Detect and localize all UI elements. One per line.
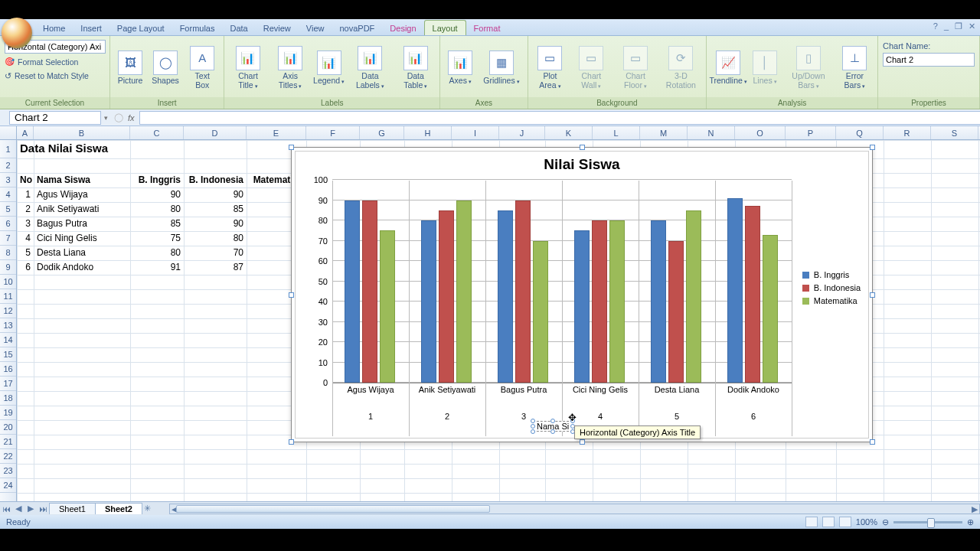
column-header[interactable]: E [247,126,306,139]
row-header[interactable]: 3 [0,173,16,187]
cell[interactable]: 80 [184,231,247,246]
cell[interactable]: 87 [184,260,247,275]
gridlines-button[interactable]: ▦Gridlines▾ [480,49,522,87]
new-sheet-button[interactable]: ✳ [142,504,154,514]
tab-insert[interactable]: Insert [73,21,109,35]
reset-style-button[interactable]: ↺Reset to Match Style [5,70,89,82]
sheet-tab-2[interactable]: Sheet2 [95,503,142,514]
tab-home[interactable]: Home [35,21,73,35]
chart-bar[interactable] [380,230,395,383]
format-selection-button[interactable]: 🎯Format Selection [5,55,78,68]
cell[interactable]: Nama Siswa [34,173,130,187]
name-box[interactable] [9,111,101,125]
zoom-level[interactable]: 100% [856,517,877,527]
tab-review[interactable]: Review [256,21,299,35]
column-header[interactable]: O [735,126,786,139]
cell[interactable]: 4 [17,231,34,246]
cell[interactable]: 90 [184,217,247,231]
chart-wall-button[interactable]: ▭Chart Wall▾ [572,44,610,91]
trendline-button[interactable]: 📈Trendline▾ [711,49,745,87]
column-header[interactable]: K [545,126,593,139]
column-header[interactable]: J [499,126,545,139]
x-axis-title-editing[interactable]: Nama Si [533,421,573,432]
worksheet[interactable]: ABCDEFGHIJKLMNOPQRS 12345678910111213141… [0,126,980,501]
office-button[interactable] [2,18,32,48]
chart-bar[interactable] [362,201,377,383]
row-header[interactable]: 1 [0,140,16,158]
chart-bar[interactable] [727,198,743,383]
row-header[interactable]: 9 [0,260,16,275]
cell[interactable]: Anik Setiyawati [34,202,130,217]
column-header[interactable]: B [34,126,130,139]
tab-nav-last[interactable]: ⏭ [37,504,49,514]
tab-nav-prev[interactable]: ◀ [12,504,24,514]
cell[interactable]: 80 [130,202,184,217]
cell[interactable]: 85 [184,202,247,217]
data-table-button[interactable]: 📊Data Table▾ [396,44,435,91]
tab-format[interactable]: Format [466,21,508,35]
error-bars-button[interactable]: ⊥Error Bars▾ [837,44,873,91]
column-header[interactable]: L [593,126,640,139]
row-header[interactable]: 19 [0,406,16,420]
cell[interactable]: No [17,173,34,187]
column-header[interactable]: P [786,126,836,139]
legend-item[interactable]: B. Inggris [802,270,861,279]
row-header[interactable]: 20 [0,420,16,435]
help-icon[interactable]: ? [933,21,938,31]
cell[interactable]: Cici Ning Gelis [34,231,130,246]
chart-bar[interactable] [456,201,472,383]
row-header[interactable]: 7 [0,231,16,246]
cell[interactable]: 70 [184,246,247,260]
column-header[interactable]: A [17,126,34,139]
row-header[interactable]: 15 [0,347,16,362]
tab-data[interactable]: Data [222,21,255,35]
chart-floor-button[interactable]: ▭Chart Floor▾ [615,44,655,91]
tab-novapdf[interactable]: novaPDF [332,21,382,35]
chart-bar[interactable] [668,241,684,383]
picture-button[interactable]: 🖼Picture [115,49,145,87]
row-header[interactable]: 8 [0,246,16,260]
legend-item[interactable]: B. Indonesia [802,283,861,292]
chart-bar[interactable] [421,220,436,383]
legend-item[interactable]: Matematika [802,296,861,305]
zoom-in-button[interactable]: ⊕ [967,517,974,527]
plot-area-button[interactable]: ▭Plot Area▾ [533,44,568,91]
sheet-tab-1[interactable]: Sheet1 [49,503,96,514]
column-header[interactable]: I [452,126,499,139]
cell[interactable]: 80 [130,246,184,260]
row-header[interactable]: 6 [0,217,16,231]
column-header[interactable]: R [884,126,931,139]
tab-page-layout[interactable]: Page Layout [109,21,172,35]
column-header[interactable]: H [404,126,452,139]
row-header[interactable]: 4 [0,187,16,202]
chart-bar[interactable] [515,201,531,383]
namebox-dropdown-icon[interactable]: ▾ [104,114,108,122]
chart-bar[interactable] [745,206,760,383]
row-header[interactable]: 12 [0,304,16,318]
zoom-out-button[interactable]: ⊖ [882,517,889,527]
restore-icon[interactable]: ❐ [955,21,962,31]
row-header[interactable]: 5 [0,202,16,217]
row-header[interactable]: 18 [0,391,16,406]
row-header[interactable]: 10 [0,275,16,289]
column-header[interactable]: M [640,126,688,139]
chart-title-button[interactable]: 📊Chart Title▾ [229,44,266,91]
minimize-icon[interactable]: _ [944,21,949,31]
row-header[interactable]: 13 [0,318,16,333]
chart-bar[interactable] [609,220,625,383]
tab-nav-first[interactable]: ⏮ [0,504,12,514]
row-header[interactable]: 17 [0,377,16,391]
cell[interactable]: 1 [17,187,34,202]
cell[interactable]: 2 [17,202,34,217]
column-header[interactable]: F [306,126,360,139]
cell[interactable]: Desta Liana [34,246,130,260]
column-header[interactable]: Q [836,126,884,139]
tab-view[interactable]: View [299,21,332,35]
cell[interactable]: Agus Wijaya [34,187,130,202]
close-icon[interactable]: ✕ [969,21,975,31]
data-labels-button[interactable]: 📊Data Labels▾ [349,44,392,91]
cell[interactable]: Bagus Putra [34,217,130,231]
tab-formulas[interactable]: Formulas [172,21,223,35]
row-header[interactable]: 23 [0,464,16,478]
cell[interactable]: B. Indonesia [184,173,247,187]
